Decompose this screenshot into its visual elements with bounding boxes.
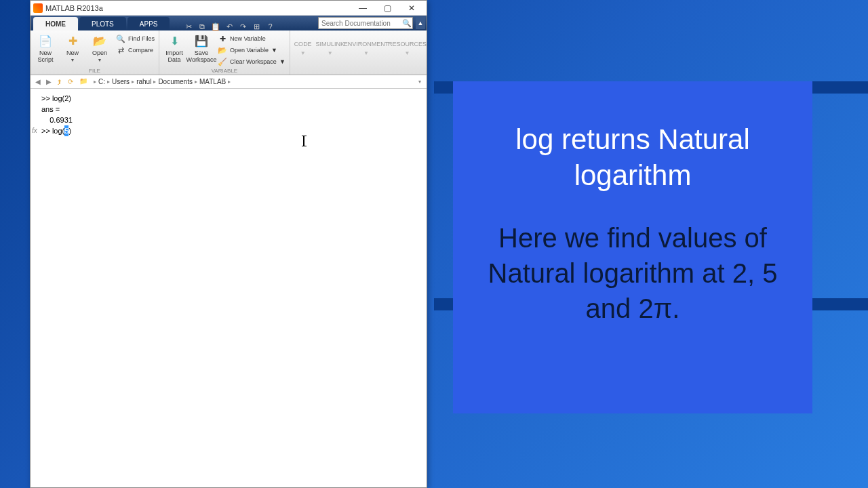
cmd-current-line[interactable]: fx >> log(5) [31, 125, 427, 136]
group-label-variable: VARIABLE [162, 67, 287, 75]
chevron-down-icon: ▼ [328, 50, 333, 56]
up-button[interactable]: ⮭ [55, 77, 64, 87]
copy-icon[interactable]: ⧉ [198, 22, 206, 30]
tab-apps[interactable]: APPS [127, 17, 170, 30]
redo-icon[interactable]: ↷ [239, 22, 247, 30]
matlab-logo-icon [33, 3, 43, 13]
separator-icon: ▸ [132, 79, 134, 85]
cmd-line: 0.6931 [31, 115, 427, 125]
ribbon-group-variable: ⬇ Import Data 💾 Save Workspace ✚ New Var… [159, 30, 290, 75]
new-script-label: New Script [37, 49, 53, 63]
breadcrumb-matlab[interactable]: MATLAB [199, 78, 226, 85]
ribbon-tabs: HOME PLOTS APPS ✂ ⧉ 📋 ↶ ↷ ⊞ ? 🔍 ▲ [31, 16, 427, 30]
new-var-label: New Variable [230, 35, 266, 42]
open-label: Open [92, 49, 107, 56]
compare-button[interactable]: ⇄ Compare [115, 45, 156, 56]
info-overlay: log returns Natural logarithm Here we fi… [453, 81, 812, 413]
search-icon[interactable]: 🔍 [401, 19, 412, 28]
collapse-ribbon-button[interactable]: ▲ [416, 17, 425, 29]
find-files-label: Find Files [128, 35, 155, 42]
chevron-down-icon: ▼ [363, 50, 369, 56]
clear-icon: 🧹 [218, 57, 227, 66]
save-icon: 💾 [194, 33, 209, 48]
environment-dropdown[interactable]: ENVIRONMENT ▼ [344, 30, 388, 66]
close-button[interactable]: ✕ [399, 1, 424, 16]
simulink-dropdown[interactable]: SIMULINK ▼ [315, 30, 344, 66]
path-dropdown-button[interactable]: ▾ [418, 79, 424, 85]
command-window[interactable]: >> log(2) ans = 0.6931 fx >> log(5) [31, 89, 427, 487]
new-icon: ✚ [65, 33, 80, 48]
separator-icon: ▸ [153, 79, 156, 85]
back-button[interactable]: ◀ [33, 77, 43, 87]
new-script-button[interactable]: 📄 New Script [33, 32, 58, 63]
open-icon: 📂 [92, 33, 107, 48]
open-var-label: Open Variable [230, 47, 269, 54]
separator-icon: ▸ [195, 79, 197, 85]
separator-icon: ▸ [228, 79, 231, 85]
folder-icon: 📁 [79, 77, 89, 87]
new-label: New [66, 49, 79, 56]
window-title: MATLAB R2013a [45, 4, 351, 12]
matlab-window: MATLAB R2013a — ▢ ✕ HOME PLOTS APPS ✂ ⧉ … [30, 0, 427, 488]
fx-icon[interactable]: fx [32, 125, 37, 136]
ribbon-group-file: 📄 New Script ✚ New ▼ 📂 Open ▼ 🔍 Find F [31, 30, 159, 75]
new-script-icon: 📄 [38, 33, 53, 48]
environment-label: ENVIRONMENT [344, 41, 389, 47]
quick-access-toolbar: ✂ ⧉ 📋 ↶ ↷ ⊞ ? [184, 22, 274, 30]
breadcrumb-users[interactable]: Users [112, 78, 130, 85]
save-workspace-button[interactable]: 💾 Save Workspace [189, 32, 214, 63]
prompt: >> [41, 125, 52, 136]
separator-icon: ▸ [107, 79, 110, 85]
switch-windows-icon[interactable]: ⊞ [252, 22, 260, 30]
help-icon[interactable]: ? [266, 22, 274, 30]
import-data-button[interactable]: ⬇ Import Data [162, 32, 186, 63]
find-files-button[interactable]: 🔍 Find Files [115, 33, 156, 44]
overlay-body: Here we find values of Natural logarithm… [473, 220, 792, 326]
open-button[interactable]: 📂 Open ▼ [87, 32, 112, 62]
breadcrumb-user[interactable]: rahul [136, 78, 151, 85]
separator-icon: ▸ [94, 79, 96, 85]
forward-button[interactable]: ▶ [44, 77, 54, 87]
chevron-down-icon: ▼ [279, 58, 285, 65]
search-box[interactable]: 🔍 [318, 17, 413, 29]
resources-label: RESOURCES [388, 41, 427, 47]
chevron-down-icon: ▼ [300, 50, 306, 56]
maximize-button[interactable]: ▢ [375, 1, 399, 16]
new-variable-button[interactable]: ✚ New Variable [216, 33, 287, 44]
minimize-button[interactable]: — [351, 1, 375, 16]
titlebar: MATLAB R2013a — ▢ ✕ [31, 1, 427, 16]
simulink-label: SIMULINK [315, 41, 344, 47]
import-label: Import Data [165, 49, 183, 63]
breadcrumb-drive[interactable]: C: [98, 78, 105, 85]
chevron-down-icon: ▼ [98, 58, 102, 62]
open-variable-button[interactable]: 📂 Open Variable ▼ [216, 45, 287, 56]
cmd-text-before: log( [52, 125, 64, 136]
tab-plots[interactable]: PLOTS [79, 17, 126, 30]
ribbon: 📄 New Script ✚ New ▼ 📂 Open ▼ 🔍 Find F [31, 30, 427, 75]
cut-icon[interactable]: ✂ [184, 22, 193, 30]
cmd-line: >> log(2) [31, 93, 427, 104]
paste-icon[interactable]: 📋 [212, 22, 220, 30]
breadcrumb-documents[interactable]: Documents [158, 78, 193, 85]
cmd-text-after: ) [68, 125, 71, 136]
text-cursor-icon [303, 136, 304, 146]
compare-label: Compare [128, 47, 153, 54]
search-input[interactable] [319, 20, 401, 27]
browse-button[interactable]: ⟳ [66, 77, 75, 87]
undo-icon[interactable]: ↶ [225, 22, 233, 30]
overlay-heading: log returns Natural logarithm [473, 122, 792, 193]
cmd-line: ans = [31, 104, 427, 115]
code-label: CODE [294, 41, 312, 47]
import-icon: ⬇ [167, 33, 182, 48]
chevron-down-icon: ▼ [71, 58, 75, 62]
address-bar: ◀ ▶ ⮭ ⟳ 📁 ▸ C: ▸ Users ▸ rahul ▸ Documen… [31, 75, 427, 89]
code-dropdown[interactable]: CODE ▼ [290, 30, 316, 66]
clear-workspace-button[interactable]: 🧹 Clear Workspace ▼ [216, 56, 287, 67]
save-ws-label: Save Workspace [186, 49, 217, 63]
tab-home[interactable]: HOME [33, 17, 78, 30]
resources-dropdown[interactable]: RESOURCES ▼ [388, 30, 427, 66]
open-variable-icon: 📂 [218, 45, 227, 55]
chevron-down-icon: ▼ [405, 50, 410, 56]
new-button[interactable]: ✚ New ▼ [60, 32, 85, 62]
compare-icon: ⇄ [116, 45, 125, 55]
